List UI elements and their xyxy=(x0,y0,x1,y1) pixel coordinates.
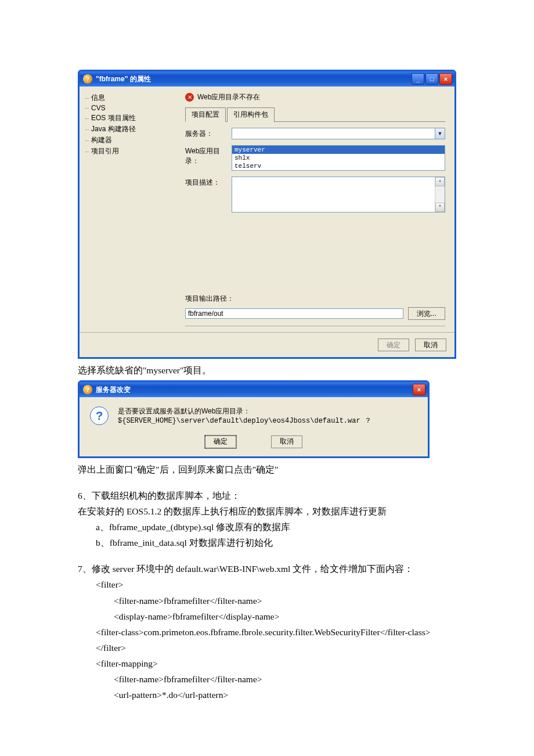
app-icon: ? xyxy=(83,385,92,394)
doc-line: 6、下载组织机构的数据库脚本，地址： xyxy=(78,488,456,503)
doc-line: 7、修改 server 环境中的 default.war\WEB-INF\web… xyxy=(78,561,456,577)
cancel-button[interactable]: 取消 xyxy=(415,339,446,351)
tab-ref-packages[interactable]: 引用构件包 xyxy=(227,107,275,122)
code-line: <display-name>fbframefilter</display-nam… xyxy=(78,609,456,624)
error-text: Web应用目录不存在 xyxy=(197,92,260,102)
code-line: </filter> xyxy=(78,640,456,656)
confirm-dialog: ? 服务器改变 × ? 是否要设置成服务器默认的Web应用目录： ${SERVE… xyxy=(78,380,430,458)
code-line: <url-pattern>*.do</url-pattern> xyxy=(78,687,456,703)
chevron-down-icon[interactable]: ▼ xyxy=(435,128,445,139)
ok-button[interactable]: 确定 xyxy=(378,339,409,351)
desc-textarea[interactable]: ▴ ▾ xyxy=(232,177,445,213)
minimize-button[interactable]: _ xyxy=(412,73,424,85)
maximize-button[interactable]: □ xyxy=(425,73,438,85)
webdir-listbox[interactable]: myserver shlx telserv xyxy=(232,145,445,171)
caption: 弹出上面窗口"确定"后，回到原来窗口点击"确定" xyxy=(78,462,456,477)
scrollbar[interactable]: ▴ ▾ xyxy=(435,177,445,212)
window-title: 服务器改变 xyxy=(96,385,413,395)
list-item[interactable]: shlx xyxy=(232,154,445,162)
confirm-message: 是否要设置成服务器默认的Web应用目录： ${SERVER_HOME}\serv… xyxy=(118,406,371,426)
tree-item[interactable]: EOS 项目属性 xyxy=(83,113,176,124)
tree-item[interactable]: 信息 xyxy=(83,92,176,103)
error-icon: ✕ xyxy=(185,93,194,102)
tab-project-config[interactable]: 项目配置 xyxy=(185,107,226,122)
code-line: <filter-name>fbframefilter</filter-name> xyxy=(78,671,456,687)
close-button[interactable]: × xyxy=(413,384,425,395)
titlebar[interactable]: ? "fbframe" 的属性 _ □ × xyxy=(80,71,454,87)
list-item[interactable]: myserver xyxy=(232,146,445,154)
tree-item[interactable]: 项目引用 xyxy=(83,146,176,157)
code-line: <filter-class>com.primeton.eos.fbframe.f… xyxy=(78,624,456,640)
doc-line: b、fbframe_init_data.sql 对数据库进行初始化 xyxy=(78,535,456,550)
tree-item[interactable]: CVS xyxy=(83,103,176,113)
app-icon: ? xyxy=(83,74,92,84)
tree-item[interactable]: Java 构建路径 xyxy=(83,124,176,135)
code-line: <filter-mapping> xyxy=(78,656,456,671)
server-combo[interactable]: ▼ xyxy=(232,128,445,139)
tree-item[interactable]: 构建器 xyxy=(83,135,176,146)
window-title: "fbframe" 的属性 xyxy=(96,74,412,84)
ok-button[interactable]: 确定 xyxy=(205,435,236,448)
titlebar[interactable]: ? 服务器改变 × xyxy=(80,382,428,397)
webdir-label: Web应用目录： xyxy=(185,145,232,166)
category-tree[interactable]: 信息 CVS EOS 项目属性 Java 构建路径 构建器 项目引用 xyxy=(80,87,179,332)
caption: 选择系统缺省的"myserver"项目。 xyxy=(78,362,456,378)
list-item[interactable]: telserv xyxy=(232,162,445,170)
doc-line: 在安装好的 EOS5.1.2 的数据库上执行相应的数据库脚本，对数据库进行更新 xyxy=(78,503,456,519)
outpath-label: 项目输出路径： xyxy=(185,294,445,304)
desc-label: 项目描述： xyxy=(185,177,232,188)
doc-line: a、fbframe_update_(dbtype).sql 修改原有的数据库 xyxy=(78,519,456,535)
close-button[interactable]: × xyxy=(439,73,452,85)
code-line: <filter> xyxy=(78,577,456,592)
output-path-input[interactable] xyxy=(185,308,403,319)
server-label: 服务器： xyxy=(185,128,232,139)
code-line: <filter-name>fbframefilter</filter-name> xyxy=(78,593,456,609)
scroll-down-icon[interactable]: ▾ xyxy=(435,203,445,212)
scroll-up-icon[interactable]: ▴ xyxy=(435,177,445,186)
browse-button[interactable]: 浏览... xyxy=(408,307,445,320)
question-icon: ? xyxy=(90,406,109,425)
cancel-button[interactable]: 取消 xyxy=(271,435,302,448)
properties-dialog: ? "fbframe" 的属性 _ □ × 信息 CVS EOS 项目属性 Ja… xyxy=(78,70,456,359)
